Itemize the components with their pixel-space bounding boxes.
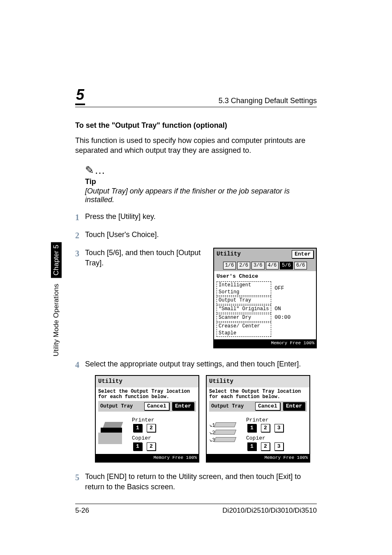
- tab-5-6[interactable]: 5/6: [280, 262, 293, 269]
- step-number: 2: [75, 230, 85, 241]
- chapter-number: 5: [75, 86, 85, 105]
- printer-label: Printer: [132, 417, 154, 423]
- row-value: 00:00: [271, 314, 314, 321]
- step-2-text: Touch [User's Choice].: [85, 230, 317, 240]
- tip-block: ✎… Tip [Output Tray] only appears if the…: [85, 164, 317, 204]
- device-icon: ↘1 ↘2 ↘3: [209, 421, 241, 445]
- topic-heading: To set the "Output Tray" function (optio…: [75, 121, 317, 130]
- tab-1-6[interactable]: 1/6: [223, 262, 236, 269]
- row-small-originals[interactable]: "Small" Originals: [217, 305, 271, 313]
- tip-label: Tip: [85, 177, 317, 186]
- step-number: 4: [75, 359, 85, 371]
- copier-label: Copier: [246, 435, 265, 441]
- screen-message: Select the Output Tray location for each…: [98, 389, 196, 400]
- output-tray-screen-3tray: Utility Select the Output Tray location …: [206, 375, 310, 463]
- tip-text: [Output Tray] only appears if the finish…: [85, 187, 317, 204]
- row-scanner-dry[interactable]: Scanner Dry: [217, 314, 271, 322]
- enter-button[interactable]: Enter: [292, 250, 314, 258]
- device-icon: [98, 422, 127, 445]
- memory-free-label: Memory Free 100%: [214, 339, 316, 347]
- step-number: 3: [75, 248, 85, 259]
- printer-tray-2[interactable]: 2: [261, 424, 270, 432]
- tab-4-6[interactable]: 4/6: [266, 262, 279, 269]
- screen-title: Utility: [209, 378, 233, 386]
- pencil-icon: ✎…: [85, 164, 317, 177]
- copier-tray-2[interactable]: 2: [261, 442, 270, 451]
- printer-label: Printer: [246, 417, 269, 423]
- step-number: 5: [75, 472, 85, 483]
- tab-2-6[interactable]: 2/6: [237, 262, 250, 269]
- step-4-text: Select the appropriate output tray setti…: [85, 360, 301, 368]
- intro-paragraph: This function is used to specify how cop…: [75, 136, 317, 156]
- copier-tray-1[interactable]: 1: [247, 442, 256, 451]
- copier-tray-2[interactable]: 2: [147, 442, 156, 451]
- page-tabs: 1/6 2/6 3/6 4/6 5/6 6/6: [214, 260, 316, 271]
- side-tab-chapter: Chapter 5: [51, 242, 62, 278]
- step-3-text: Touch [5/6], and then touch [Output Tray…: [85, 248, 209, 268]
- output-tray-label: Output Tray: [100, 403, 133, 410]
- screen-title: Utility: [98, 378, 122, 386]
- model-label: Di2010/Di2510/Di3010/Di3510: [222, 507, 317, 515]
- printer-tray-1[interactable]: 1: [247, 424, 256, 432]
- side-tab-text: Utility Mode Operations: [52, 284, 60, 357]
- side-tab: Utility Mode Operations Chapter 5: [51, 242, 62, 357]
- cancel-button[interactable]: Cancel: [255, 402, 280, 410]
- enter-button[interactable]: Enter: [283, 402, 305, 410]
- row-value: ON: [271, 305, 314, 313]
- step-number: 1: [75, 212, 85, 223]
- step-1-text: Press the [Utility] key.: [85, 212, 317, 222]
- row-crease-staple[interactable]: Crease/ Center Staple: [217, 322, 271, 337]
- printer-tray-2[interactable]: 2: [147, 424, 156, 432]
- copier-tray-1[interactable]: 1: [133, 442, 142, 451]
- copier-tray-3[interactable]: 3: [274, 442, 284, 451]
- row-value: OFF: [271, 285, 314, 292]
- section-title: 5.3 Changing Default Settings: [219, 97, 317, 105]
- output-tray-label: Output Tray: [211, 403, 244, 410]
- copier-label: Copier: [132, 435, 151, 441]
- step-5-text: Touch [END] to return to the Utility scr…: [85, 472, 317, 492]
- printer-tray-3[interactable]: 3: [274, 424, 284, 432]
- utility-screen-5of6: Utility Enter 1/6 2/6 3/6 4/6 5/6 6/6 Us…: [213, 248, 317, 348]
- memory-free-label: Memory Free 100%: [207, 454, 309, 462]
- screen-message: Select the Output Tray location for each…: [209, 389, 307, 400]
- row-output-tray[interactable]: Output Tray: [217, 297, 271, 304]
- tab-3-6[interactable]: 3/6: [251, 262, 265, 269]
- users-choice-label: User's Choice: [217, 273, 314, 280]
- output-tray-screen-2tray: Utility Select the Output Tray location …: [95, 375, 199, 463]
- memory-free-label: Memory Free 100%: [96, 454, 198, 462]
- printer-tray-1[interactable]: 1: [133, 424, 142, 432]
- enter-button[interactable]: Enter: [172, 402, 194, 410]
- screen-title: Utility: [217, 250, 241, 258]
- cancel-button[interactable]: Cancel: [144, 402, 169, 410]
- tab-6-6[interactable]: 6/6: [294, 262, 307, 269]
- row-intelligent-sorting[interactable]: Intelligent Sorting: [217, 281, 271, 296]
- page-number: 5-26: [75, 507, 89, 515]
